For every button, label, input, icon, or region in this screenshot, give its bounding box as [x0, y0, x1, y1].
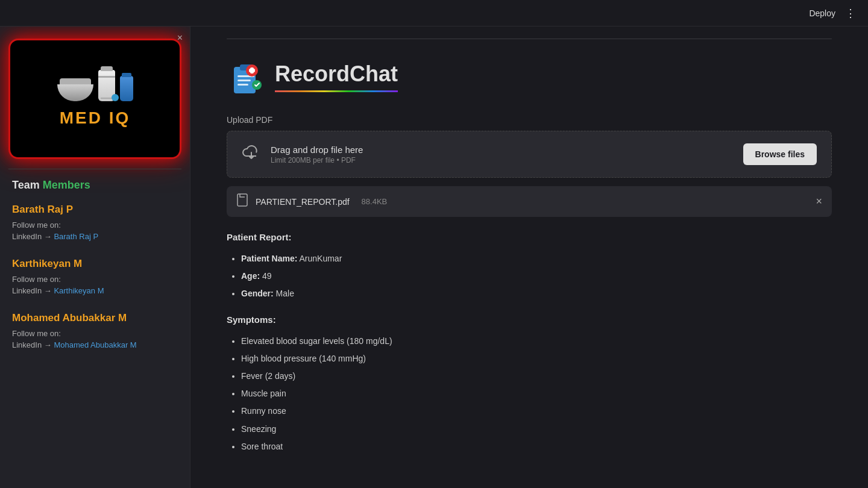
linkedin-link-3[interactable]: Mohamed Abubakkar M: [54, 340, 136, 349]
deploy-button[interactable]: Deploy: [809, 8, 835, 18]
symptom-1: Elevated blood sugar levels (180 mg/dL): [241, 334, 832, 349]
team-word-green: Members: [43, 179, 90, 191]
member-name-2: Karthikeyan M: [12, 258, 178, 270]
pill-bottle-icon-2: [120, 76, 133, 101]
age-label: Age:: [241, 271, 260, 281]
recordchat-title: RecordChat: [275, 61, 398, 87]
file-size: 88.4KB: [362, 197, 388, 206]
member-linkedin-1: LinkedIn → Barath Raj P: [12, 232, 178, 241]
report-section: Patient Report: Patient Name: ArunKumar …: [227, 229, 832, 454]
patient-info-list: Patient Name: ArunKumar Age: 49 Gender: …: [227, 251, 832, 302]
file-name: PARTIENT_REPORT.pdf: [256, 197, 350, 207]
recordchat-title-block: RecordChat: [275, 61, 398, 92]
linkedin-link-1[interactable]: Barath Raj P: [54, 232, 98, 241]
sidebar-divider: [8, 169, 181, 169]
top-bar: Deploy ⋮: [0, 0, 868, 27]
member-follow-3: Follow me on:: [12, 329, 178, 338]
symptom-7: Sore throat: [241, 439, 832, 454]
file-remove-button[interactable]: ×: [816, 195, 822, 208]
recordchat-header: RecordChat: [227, 57, 832, 96]
team-heading: Team Members: [12, 179, 178, 192]
symptom-5: Runny nose: [241, 404, 832, 419]
report-title: Patient Report:: [227, 229, 832, 245]
team-section: Team Members Barath Raj P Follow me on: …: [0, 179, 190, 366]
content-area: RecordChat Upload PDF Drag and drop file: [190, 39, 868, 482]
gender-value: Male: [276, 289, 294, 298]
symptom-2: High blood pressure (140 mmHg): [241, 351, 832, 366]
patient-name-value: ArunKumar: [299, 254, 342, 263]
patient-name-item: Patient Name: ArunKumar: [241, 251, 832, 266]
cloud-upload-icon: [242, 144, 261, 165]
linkedin-link-2[interactable]: Karthikeyan M: [54, 286, 104, 295]
logo-container: MED IQ: [8, 39, 181, 159]
symptoms-title: Symptoms:: [227, 311, 832, 328]
age-item: Age: 49: [241, 269, 832, 284]
member-linkedin-2: LinkedIn → Karthikeyan M: [12, 286, 178, 295]
member-block-3: Mohamed Abubakkar M Follow me on: Linked…: [12, 312, 178, 349]
symptom-4: Muscle pain: [241, 386, 832, 401]
symptom-3: Fever (2 days): [241, 369, 832, 384]
recordchat-logo-badge: [227, 57, 265, 96]
gender-label: Gender:: [241, 289, 274, 298]
sidebar-close-button[interactable]: ×: [177, 33, 183, 43]
main-layout: × MED IQ: [0, 27, 868, 488]
svg-rect-7: [249, 69, 255, 72]
member-follow-2: Follow me on:: [12, 275, 178, 284]
svg-rect-3: [237, 80, 251, 81]
member-name-3: Mohamed Abubakkar M: [12, 312, 178, 324]
logo-icon-area: [57, 70, 133, 101]
upload-zone[interactable]: Drag and drop file here Limit 200MB per …: [227, 131, 832, 178]
sidebar: × MED IQ: [0, 27, 190, 488]
rainbow-divider: [275, 90, 398, 92]
upload-zone-left: Drag and drop file here Limit 200MB per …: [242, 144, 363, 165]
drag-drop-text: Drag and drop file here: [271, 145, 363, 155]
main-content: MediScan RecordScan About: [190, 27, 868, 488]
gender-item: Gender: Male: [241, 286, 832, 301]
symptom-6: Sneezing: [241, 422, 832, 437]
age-value: 49: [262, 271, 272, 281]
upload-label: Upload PDF: [227, 115, 832, 125]
member-linkedin-3: LinkedIn → Mohamed Abubakkar M: [12, 340, 178, 349]
svg-rect-4: [237, 84, 248, 86]
menu-icon[interactable]: ⋮: [845, 7, 856, 20]
member-block-2: Karthikeyan M Follow me on: LinkedIn → K…: [12, 258, 178, 295]
patient-name-label: Patient Name:: [241, 254, 297, 263]
member-name-1: Barath Raj P: [12, 204, 178, 216]
logo-text: MED IQ: [60, 108, 131, 128]
symptoms-list: Elevated blood sugar levels (180 mg/dL) …: [227, 334, 832, 454]
file-pdf-icon: [236, 193, 248, 210]
drag-subtext: Limit 200MB per file • PDF: [271, 156, 363, 164]
drag-text-block: Drag and drop file here Limit 200MB per …: [271, 145, 363, 164]
svg-rect-9: [237, 194, 247, 206]
file-item: PARTIENT_REPORT.pdf 88.4KB ×: [227, 186, 832, 217]
browse-files-button[interactable]: Browse files: [743, 143, 817, 165]
member-follow-1: Follow me on:: [12, 221, 178, 230]
team-word-white: Team: [12, 179, 40, 191]
member-block-1: Barath Raj P Follow me on: LinkedIn → Ba…: [12, 204, 178, 241]
